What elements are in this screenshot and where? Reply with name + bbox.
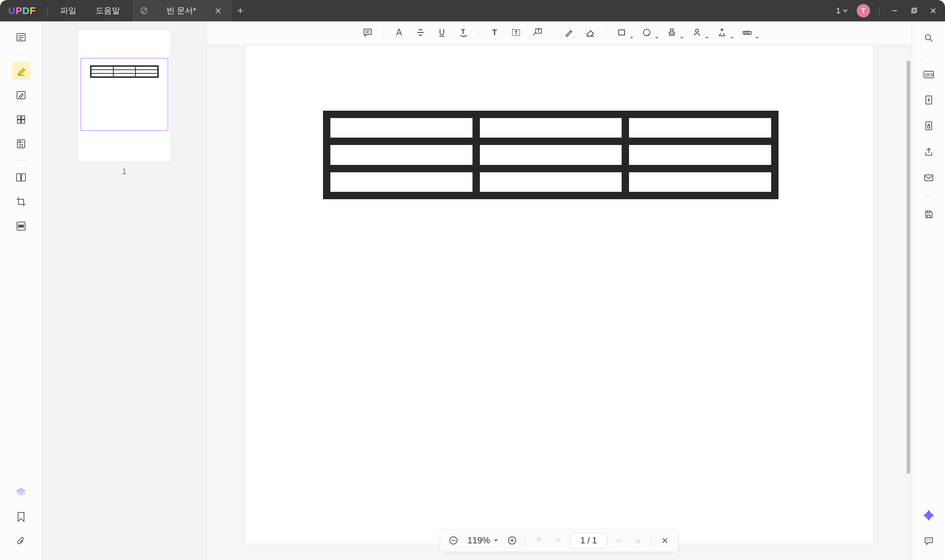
table-cell[interactable]: [476, 169, 626, 195]
separator: [15, 54, 26, 54]
email-icon[interactable]: [920, 169, 938, 187]
more-tools-icon[interactable]: [738, 25, 760, 40]
thumbnail-panel: 1: [42, 22, 207, 560]
window-count[interactable]: 1: [833, 6, 851, 15]
redact-icon[interactable]: [12, 217, 30, 235]
close-window-button[interactable]: [927, 4, 940, 17]
logo-text: UPDF: [8, 5, 36, 17]
textbox-icon[interactable]: T: [507, 25, 525, 40]
zoom-level[interactable]: 119%: [465, 535, 500, 546]
layers-icon[interactable]: [12, 483, 30, 502]
search-icon[interactable]: [920, 29, 938, 47]
underline-icon[interactable]: [433, 25, 451, 40]
zoom-in-button[interactable]: [505, 533, 520, 548]
app-window: UPDF 파일 도움말 빈 문서* 1 T: [0, 0, 945, 560]
text-icon[interactable]: T: [486, 25, 504, 40]
svg-text:T: T: [461, 28, 465, 35]
attachment-icon[interactable]: [12, 532, 30, 551]
center-area: T T T T: [207, 22, 912, 560]
svg-line-41: [571, 31, 572, 32]
ocr-icon[interactable]: OCR: [920, 65, 938, 84]
svg-rect-8: [913, 8, 917, 12]
table-cell[interactable]: [327, 114, 476, 141]
convert-icon[interactable]: [920, 91, 938, 109]
page-indicator[interactable]: 1 / 1: [570, 533, 607, 548]
sticker-icon[interactable]: [638, 25, 659, 40]
menu-file[interactable]: 파일: [51, 0, 86, 22]
svg-rect-68: [925, 175, 933, 181]
right-tool-rail: OCR: [912, 22, 945, 560]
squiggly-icon[interactable]: T: [455, 25, 472, 40]
vertical-scrollbar[interactable]: [906, 60, 910, 474]
svg-rect-29: [18, 225, 24, 227]
zoom-out-button[interactable]: [446, 533, 461, 548]
separator: [479, 27, 479, 38]
svg-text:T: T: [538, 29, 540, 33]
compare-icon[interactable]: [12, 168, 30, 187]
note-icon[interactable]: [359, 25, 376, 40]
table-cell[interactable]: [327, 141, 476, 168]
maximize-button[interactable]: [907, 4, 920, 17]
last-page-button[interactable]: [631, 533, 646, 548]
separator: [606, 27, 606, 38]
table-cell[interactable]: [476, 114, 626, 141]
shape-rect-icon[interactable]: [613, 25, 634, 40]
stamp-icon[interactable]: [663, 25, 684, 40]
edit-text-icon[interactable]: [12, 86, 30, 105]
left-tool-rail: [0, 22, 42, 560]
callout-icon[interactable]: T: [529, 25, 546, 40]
first-page-button[interactable]: [532, 533, 547, 548]
page-manage-icon[interactable]: [12, 110, 30, 129]
minimize-button[interactable]: [888, 4, 902, 17]
separator: [652, 535, 652, 546]
table-cell[interactable]: [476, 141, 626, 168]
pencil-icon[interactable]: [560, 25, 578, 40]
form-icon[interactable]: [12, 135, 30, 153]
share-icon[interactable]: [920, 143, 938, 161]
svg-rect-18: [22, 116, 25, 119]
highlighter-icon[interactable]: [12, 62, 30, 80]
chevron-down-icon: [655, 37, 658, 39]
next-page-button[interactable]: [612, 533, 626, 548]
prev-page-button[interactable]: [551, 533, 566, 548]
svg-point-61: [925, 35, 931, 40]
table-cell[interactable]: [327, 169, 476, 195]
feedback-icon[interactable]: [920, 532, 938, 551]
protect-icon[interactable]: [920, 117, 938, 135]
svg-rect-20: [22, 120, 25, 123]
svg-rect-70: [927, 211, 930, 213]
shell: 1 T T T T: [0, 22, 945, 560]
close-icon[interactable]: [214, 6, 223, 15]
table-cell[interactable]: [625, 141, 775, 168]
save-icon[interactable]: [920, 205, 938, 223]
thumbnail-page-1[interactable]: [78, 29, 171, 162]
chevron-down-icon: [494, 539, 498, 542]
bookmark-icon[interactable]: [12, 508, 30, 526]
chevron-down-icon: [705, 37, 709, 39]
canvas[interactable]: 119% 1 / 1: [207, 43, 912, 560]
close-nav-button[interactable]: [658, 533, 672, 548]
chevron-down-icon: [630, 37, 634, 39]
avatar[interactable]: T: [857, 4, 870, 17]
separator: [383, 27, 384, 38]
separator: [553, 27, 553, 38]
table-cell[interactable]: [625, 169, 775, 195]
signature-icon[interactable]: [688, 25, 709, 40]
table-cell[interactable]: [625, 114, 775, 141]
crop-icon[interactable]: [12, 192, 30, 211]
svg-text:T: T: [492, 28, 497, 37]
strikethrough-icon[interactable]: [412, 25, 429, 40]
new-tab-button[interactable]: [231, 0, 249, 22]
ai-assistant-icon[interactable]: [920, 506, 938, 525]
reader-mode-icon[interactable]: [12, 28, 30, 46]
measure-icon[interactable]: [713, 25, 735, 40]
svg-rect-67: [928, 126, 930, 128]
eraser-icon[interactable]: [581, 25, 599, 40]
document-page[interactable]: [245, 46, 873, 544]
menu-help[interactable]: 도움말: [86, 0, 129, 22]
document-table[interactable]: [323, 111, 779, 199]
svg-line-1: [142, 9, 146, 13]
svg-rect-69: [927, 215, 930, 218]
highlight-text-icon[interactable]: [390, 25, 408, 40]
document-tab[interactable]: 빈 문서*: [133, 0, 231, 22]
